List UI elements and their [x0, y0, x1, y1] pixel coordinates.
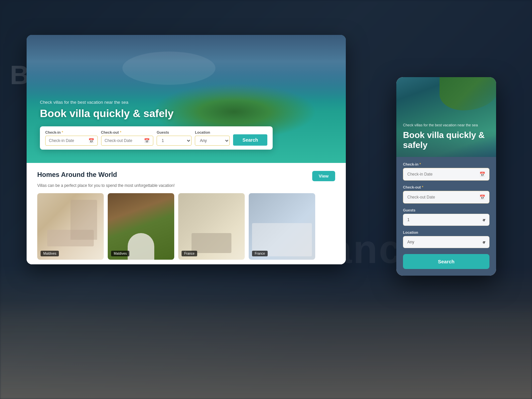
mobile-guests-field: Guests 1 2 3 4 5+ ▾ — [403, 208, 489, 226]
mobile-hero-content: Check villas for the best vacation near … — [403, 123, 496, 150]
checkin-label: Check-in * — [45, 130, 98, 134]
homes-header-text: Homes Around the World — [37, 171, 117, 179]
mobile-form: Check-in * 📅 Check-out * 📅 Guests 1 — [396, 157, 496, 276]
checkout-input[interactable] — [105, 138, 142, 143]
hero-section: Check villas for the best vacation near … — [27, 35, 346, 163]
checkin-field: Check-in * 📅 — [45, 130, 98, 146]
guests-label: Guests — [157, 130, 192, 134]
mobile-guests-select-container[interactable]: 1 2 3 4 5+ ▾ — [403, 214, 489, 226]
homes-section: Homes Around the World View Villas can b… — [27, 163, 346, 264]
mobile-hero-subtitle: Check villas for the best vacation near … — [403, 123, 496, 128]
homes-header: Homes Around the World View — [37, 171, 335, 181]
location-badge-4: France — [252, 251, 268, 256]
mobile-location-select[interactable]: Any Maldives France Bali — [403, 236, 489, 248]
location-badge-3: France — [182, 251, 197, 256]
mobile-location-select-container[interactable]: Any Maldives France Bali ▾ — [403, 236, 489, 248]
checkout-field: Check-out * 📅 — [101, 130, 154, 146]
mobile-guests-select-wrap[interactable]: 1 2 3 4 5+ — [403, 214, 489, 226]
checkin-input-wrap[interactable]: 📅 — [45, 136, 98, 146]
mobile-checkout-calendar-icon[interactable]: 📅 — [479, 195, 485, 200]
guests-field: Guests 1 2 3 4 5+ — [157, 130, 192, 146]
bottom-blur — [0, 299, 532, 399]
location-label: Location — [195, 130, 230, 134]
mobile-checkin-calendar-icon[interactable]: 📅 — [479, 172, 485, 177]
guests-select-wrap[interactable]: 1 2 3 4 5+ — [157, 136, 192, 146]
home-card-4[interactable]: France — [249, 193, 315, 260]
guests-select[interactable]: 1 2 3 4 5+ — [157, 136, 191, 145]
mobile-hero-title: Book villa quickly & safely — [403, 130, 496, 150]
mobile-checkout-input-wrap[interactable]: 📅 — [403, 191, 489, 203]
location-badge-2: Maldives — [111, 251, 129, 256]
search-bar: Check-in * 📅 Check-out * 📅 — [40, 126, 273, 150]
hero-subtitle: Check villas for the best vacation near … — [40, 100, 273, 105]
checkout-label: Check-out * — [101, 130, 154, 134]
homes-grid: Maldives Maldives France France — [37, 193, 335, 260]
location-field: Location Any Maldives France Bali — [195, 130, 230, 146]
location-badge-1: Maldives — [41, 251, 59, 256]
mobile-checkin-input[interactable] — [407, 172, 477, 177]
mobile-guests-select[interactable]: 1 2 3 4 5+ — [403, 214, 489, 225]
home-card-2[interactable]: Maldives — [108, 193, 174, 260]
home-card-1[interactable]: Maldives — [37, 193, 104, 260]
checkin-calendar-icon[interactable]: 📅 — [88, 138, 94, 143]
mobile-checkout-input[interactable] — [407, 195, 477, 200]
mobile-checkout-field: Check-out * 📅 — [403, 185, 489, 203]
mobile-hero: Check villas for the best vacation near … — [396, 77, 496, 157]
mobile-location-field: Location Any Maldives France Bali ▾ — [403, 230, 489, 248]
mobile-checkin-field: Check-in * 📅 — [403, 162, 489, 181]
mobile-search-button[interactable]: Search — [403, 254, 489, 269]
mobile-checkin-input-wrap[interactable]: 📅 — [403, 168, 489, 181]
checkin-input[interactable] — [49, 138, 86, 143]
homes-title: Homes Around the World — [37, 171, 117, 179]
mobile-checkin-label: Check-in * — [403, 162, 489, 166]
view-all-button[interactable]: View — [312, 171, 335, 181]
mobile-guests-label: Guests — [403, 208, 489, 212]
home-card-3[interactable]: France — [178, 193, 245, 260]
checkout-calendar-icon[interactable]: 📅 — [144, 138, 150, 143]
homes-subtitle: Villas can be a perfect place for you to… — [37, 183, 335, 188]
location-select[interactable]: Any Maldives France Bali — [195, 136, 229, 145]
desktop-card: Check villas for the best vacation near … — [27, 35, 346, 264]
checkout-input-wrap[interactable]: 📅 — [101, 136, 154, 146]
hero-title: Book villa quickly & safely — [40, 107, 273, 120]
mobile-checkout-label: Check-out * — [403, 185, 489, 189]
hero-content: Check villas for the best vacation near … — [40, 100, 273, 150]
mobile-card: Check villas for the best vacation near … — [396, 77, 496, 276]
location-select-wrap[interactable]: Any Maldives France Bali — [195, 136, 230, 146]
mobile-location-label: Location — [403, 230, 489, 234]
search-button[interactable]: Search — [233, 134, 267, 146]
mobile-location-select-wrap[interactable]: Any Maldives France Bali — [403, 236, 489, 248]
